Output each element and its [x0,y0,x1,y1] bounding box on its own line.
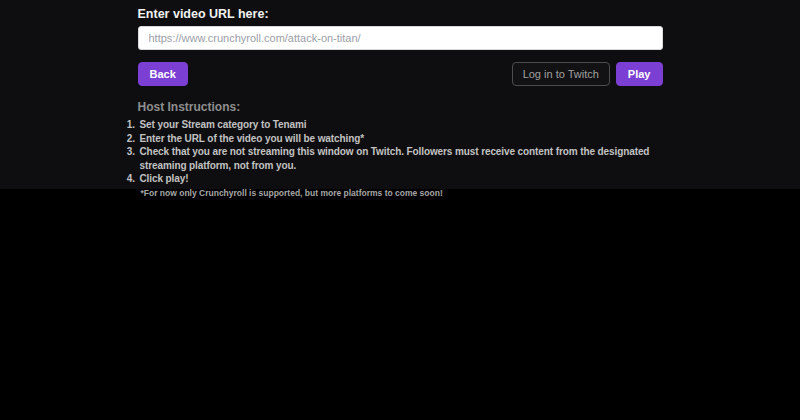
instruction-step-1: Set your Stream category to Tenami [138,118,663,132]
instruction-step-4: Click play! [138,172,663,186]
button-row: Back Log in to Twitch Play [138,62,663,86]
empty-black-region [0,189,800,420]
back-button[interactable]: Back [138,62,188,86]
host-setup-panel: Enter video URL here: Back Log in to Twi… [0,0,800,189]
content-column: Enter video URL here: Back Log in to Twi… [138,0,663,198]
host-instructions-heading: Host Instructions: [138,100,663,114]
instruction-step-3: Check that you are not streaming this wi… [138,145,663,172]
host-instructions-list: Set your Stream category to Tenami Enter… [122,118,663,186]
instruction-step-2: Enter the URL of the video you will be w… [138,132,663,146]
video-url-label: Enter video URL here: [138,7,663,22]
right-button-group: Log in to Twitch Play [512,62,663,86]
video-url-input[interactable] [138,26,663,50]
play-button[interactable]: Play [616,62,663,86]
login-twitch-button[interactable]: Log in to Twitch [512,62,610,86]
